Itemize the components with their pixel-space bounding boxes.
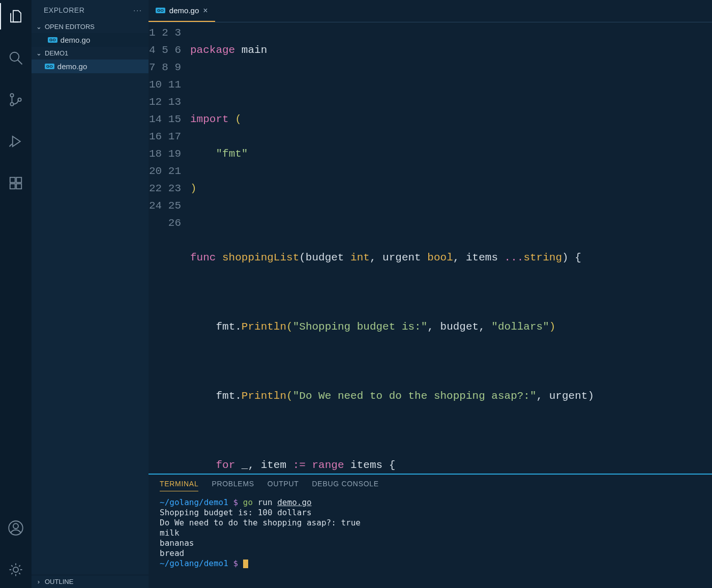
go-file-icon: GO bbox=[156, 8, 165, 13]
go-file-icon: GO bbox=[45, 64, 54, 69]
svg-rect-7 bbox=[16, 178, 21, 183]
svg-marker-5 bbox=[13, 136, 20, 146]
files-icon[interactable] bbox=[0, 3, 32, 30]
svg-rect-8 bbox=[10, 184, 15, 189]
svg-rect-9 bbox=[16, 184, 21, 189]
settings-icon[interactable] bbox=[0, 556, 32, 583]
section-label: DEMO1 bbox=[45, 49, 68, 57]
outline-section[interactable]: › OUTLINE bbox=[32, 575, 149, 588]
sidebar-title: EXPLORER bbox=[44, 6, 84, 14]
chevron-down-icon: ⌄ bbox=[35, 49, 43, 57]
debug-icon[interactable] bbox=[0, 128, 32, 155]
editor-tab[interactable]: GO demo.go × bbox=[149, 0, 215, 22]
open-editor-item[interactable]: GO demo.go bbox=[32, 33, 149, 47]
terminal-cursor bbox=[243, 560, 248, 568]
svg-point-11 bbox=[13, 523, 18, 528]
close-icon[interactable]: × bbox=[203, 6, 207, 15]
svg-point-0 bbox=[10, 52, 19, 62]
sidebar-more-icon[interactable]: ··· bbox=[133, 6, 142, 14]
source-control-icon[interactable] bbox=[0, 86, 32, 113]
svg-line-1 bbox=[18, 60, 22, 65]
activity-bar bbox=[0, 0, 32, 588]
svg-point-12 bbox=[13, 567, 18, 572]
explorer-sidebar: EXPLORER ··· ⌄ OPEN EDITORS GO demo.go ⌄… bbox=[32, 0, 149, 588]
bottom-panel: TERMINAL PROBLEMS OUTPUT DEBUG CONSOLE ~… bbox=[149, 474, 712, 588]
line-number-gutter: 1 2 3 4 5 6 7 8 9 10 11 12 13 14 15 16 1… bbox=[149, 24, 190, 474]
svg-point-2 bbox=[10, 94, 13, 97]
section-label: OPEN EDITORS bbox=[45, 23, 95, 31]
chevron-down-icon: ⌄ bbox=[35, 23, 43, 31]
file-name: demo.go bbox=[57, 62, 87, 71]
account-icon[interactable] bbox=[0, 515, 32, 541]
file-tree-item[interactable]: GO demo.go bbox=[32, 60, 149, 73]
code-content[interactable]: package main import ( "fmt" ) func shopp… bbox=[190, 24, 712, 474]
panel-tabs: TERMINAL PROBLEMS OUTPUT DEBUG CONSOLE bbox=[149, 475, 712, 496]
panel-tab-debug-console[interactable]: DEBUG CONSOLE bbox=[312, 480, 379, 491]
editor-group: GO demo.go × 1 2 3 4 5 6 7 8 9 10 11 12 … bbox=[149, 0, 712, 588]
file-name: demo.go bbox=[61, 36, 90, 44]
section-label: OUTLINE bbox=[45, 578, 73, 585]
chevron-right-icon: › bbox=[35, 578, 43, 585]
extensions-icon[interactable] bbox=[0, 170, 32, 196]
panel-tab-problems[interactable]: PROBLEMS bbox=[212, 480, 254, 491]
go-file-icon: GO bbox=[48, 37, 57, 43]
tab-label: demo.go bbox=[169, 6, 199, 15]
tab-bar: GO demo.go × bbox=[149, 0, 712, 22]
folder-section[interactable]: ⌄ DEMO1 bbox=[32, 47, 149, 60]
svg-rect-6 bbox=[10, 178, 15, 183]
code-editor[interactable]: 1 2 3 4 5 6 7 8 9 10 11 12 13 14 15 16 1… bbox=[149, 22, 712, 474]
svg-point-3 bbox=[10, 103, 13, 106]
open-editors-section[interactable]: ⌄ OPEN EDITORS bbox=[32, 20, 149, 33]
panel-tab-terminal[interactable]: TERMINAL bbox=[160, 480, 198, 491]
terminal-output[interactable]: ~/golang/demo1 $ go run demo.go Shopping… bbox=[149, 496, 712, 588]
search-icon[interactable] bbox=[0, 45, 32, 71]
panel-tab-output[interactable]: OUTPUT bbox=[268, 480, 299, 491]
